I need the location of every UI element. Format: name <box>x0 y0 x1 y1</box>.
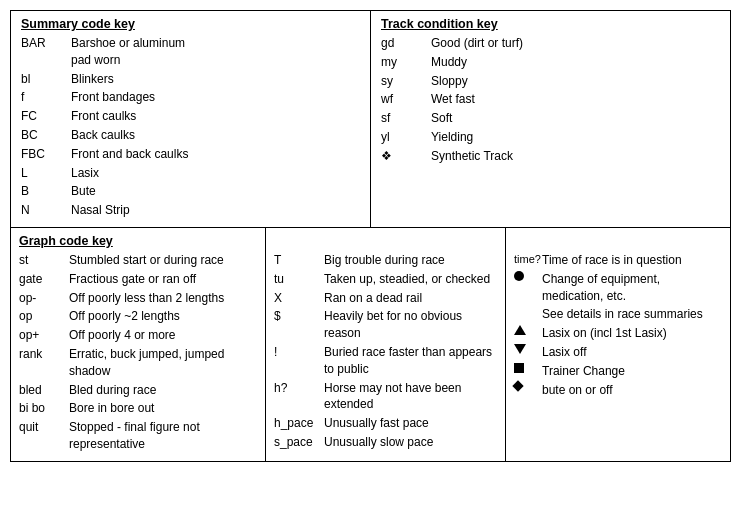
key-code-sy: sy <box>381 73 431 90</box>
middle-section: T Big trouble during race tu Taken up, s… <box>266 228 506 461</box>
triangle-down-icon <box>514 344 526 354</box>
key-row-bc: BC Back caulks <box>21 127 360 144</box>
key-row-fbc: FBC Front and back caulks <box>21 146 360 163</box>
triangle-up-icon <box>514 325 526 335</box>
key-desc-st: Stumbled start or during race <box>69 252 257 269</box>
key-desc-fc: Front caulks <box>71 108 360 125</box>
key-code-my: my <box>381 54 431 71</box>
key-code-bibo: bi bo <box>19 400 69 417</box>
diamond-icon <box>512 380 523 391</box>
key-code-rank: rank <box>19 346 69 380</box>
key-desc-T: Big trouble during race <box>324 252 497 269</box>
key-desc-gd: Good (dirt or turf) <box>431 35 720 52</box>
key-code-sf: sf <box>381 110 431 127</box>
key-code-op-minus: op- <box>19 290 69 307</box>
key-row-op-minus: op- Off poorly less than 2 lengths <box>19 290 257 307</box>
key-row-bl: bl Blinkers <box>21 71 360 88</box>
key-desc-space: Unusually slow pace <box>324 434 497 451</box>
key-code-f: f <box>21 89 71 106</box>
key-desc-gate: Fractious gate or ran off <box>69 271 257 288</box>
key-desc-l: Lasix <box>71 165 360 182</box>
key-row-rank: rank Erratic, buck jumped, jumped shadow <box>19 346 257 380</box>
key-code-st: st <box>19 252 69 269</box>
tri-down-desc: Lasix off <box>542 344 722 361</box>
key-code-gd: gd <box>381 35 431 52</box>
key-desc-fbc: Front and back caulks <box>71 146 360 163</box>
key-code-yl: yl <box>381 129 431 146</box>
key-row-hpace: h_pace Unusually fast pace <box>274 415 497 432</box>
key-row-dollar: $ Heavily bet for no obvious reason <box>274 308 497 342</box>
key-row-op-plus: op+ Off poorly 4 or more <box>19 327 257 344</box>
summary-title: Summary code key <box>21 17 360 31</box>
key-row-st: st Stumbled start or during race <box>19 252 257 269</box>
circle-desc: Change of equipment, medication, etc. <box>542 271 722 305</box>
key-row-b: B Bute <box>21 183 360 200</box>
key-row-gd: gd Good (dirt or turf) <box>381 35 720 52</box>
key-code-hpace: h_pace <box>274 415 324 432</box>
key-desc-bl: Blinkers <box>71 71 360 88</box>
key-row-space: s_pace Unusually slow pace <box>274 434 497 451</box>
key-desc-tu: Taken up, steadied, or checked <box>324 271 497 288</box>
key-row-yl: yl Yielding <box>381 129 720 146</box>
key-desc-hq: Horse may not have been extended <box>324 380 497 414</box>
square-symbol <box>514 363 542 373</box>
triangle-down-symbol <box>514 344 542 354</box>
key-desc-op-minus: Off poorly less than 2 lengths <box>69 290 257 307</box>
key-row-my: my Muddy <box>381 54 720 71</box>
key-desc-dollar: Heavily bet for no obvious reason <box>324 308 497 342</box>
key-code-op-plus: op+ <box>19 327 69 344</box>
circle-icon <box>514 271 524 281</box>
key-code-space: s_pace <box>274 434 324 451</box>
key-row-f: f Front bandages <box>21 89 360 106</box>
key-code-quit: quit <box>19 419 69 453</box>
key-code-bar: BAR <box>21 35 71 69</box>
key-row-bar: BAR Barshoe or aluminumpad worn <box>21 35 360 69</box>
key-desc-n: Nasal Strip <box>71 202 360 219</box>
track-title: Track condition key <box>381 17 720 31</box>
key-row-wf: wf Wet fast <box>381 91 720 108</box>
time-symbol: time? <box>514 252 542 267</box>
key-row-fc: FC Front caulks <box>21 108 360 125</box>
see-desc: See details in race summaries <box>542 306 722 323</box>
key-desc-yl: Yielding <box>431 129 720 146</box>
key-row-n: N Nasal Strip <box>21 202 360 219</box>
tri-up-desc: Lasix on (incl 1st Lasix) <box>542 325 722 342</box>
right-section: time? Time of race is in question Change… <box>506 228 730 461</box>
time-desc: Time of race is in question <box>542 252 722 269</box>
key-code-gate: gate <box>19 271 69 288</box>
key-code-l: L <box>21 165 71 182</box>
key-desc-bc: Back caulks <box>71 127 360 144</box>
key-code-fc: FC <box>21 108 71 125</box>
key-code-exclaim: ! <box>274 344 324 378</box>
key-row-bled: bled Bled during race <box>19 382 257 399</box>
key-desc-f: Front bandages <box>71 89 360 106</box>
key-code-b: B <box>21 183 71 200</box>
key-code-bc: BC <box>21 127 71 144</box>
key-desc-quit: Stopped - final figure not representativ… <box>69 419 257 453</box>
key-row-quit: quit Stopped - final figure not represen… <box>19 419 257 453</box>
summary-section: Summary code key BAR Barshoe or aluminum… <box>11 11 371 227</box>
symbol-row-tri-up: Lasix on (incl 1st Lasix) <box>514 325 722 342</box>
key-row-sy: sy Sloppy <box>381 73 720 90</box>
key-code-synthetic: ❖ <box>381 148 431 165</box>
bottom-section: Graph code key st Stumbled start or duri… <box>10 228 731 462</box>
top-section: Summary code key BAR Barshoe or aluminum… <box>10 10 731 228</box>
graph-section: Graph code key st Stumbled start or duri… <box>11 228 266 461</box>
key-code-X: X <box>274 290 324 307</box>
symbol-row-circle: Change of equipment, medication, etc. <box>514 271 722 305</box>
triangle-up-symbol <box>514 325 542 335</box>
key-row-l: L Lasix <box>21 165 360 182</box>
key-row-tu: tu Taken up, steadied, or checked <box>274 271 497 288</box>
key-code-op: op <box>19 308 69 325</box>
key-code-T: T <box>274 252 324 269</box>
key-row-T: T Big trouble during race <box>274 252 497 269</box>
key-desc-X: Ran on a dead rail <box>324 290 497 307</box>
diamond-symbol <box>514 382 542 390</box>
key-row-gate: gate Fractious gate or ran off <box>19 271 257 288</box>
square-desc: Trainer Change <box>542 363 722 380</box>
key-desc-bar: Barshoe or aluminumpad worn <box>71 35 360 69</box>
key-desc-sf: Soft <box>431 110 720 127</box>
key-desc-op: Off poorly ~2 lengths <box>69 308 257 325</box>
key-row-bibo: bi bo Bore in bore out <box>19 400 257 417</box>
key-code-tu: tu <box>274 271 324 288</box>
